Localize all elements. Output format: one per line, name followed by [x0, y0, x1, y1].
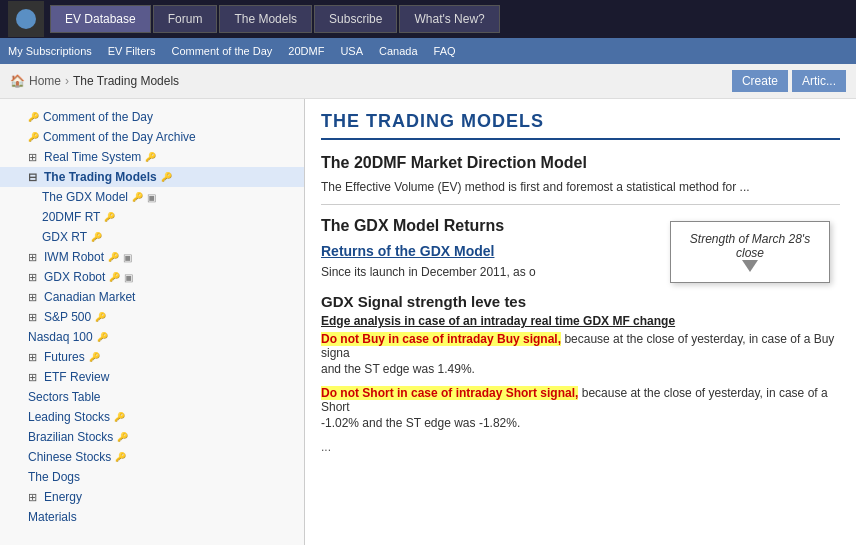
sidebar-label: GDX RT [42, 230, 87, 244]
key-icon: 🔑 [161, 172, 172, 182]
sidebar-item-brazilian-stocks[interactable]: Brazilian Stocks 🔑 [0, 427, 304, 447]
subnav-ev-filters[interactable]: EV Filters [108, 45, 156, 57]
sidebar-label: Comment of the Day [43, 110, 153, 124]
subnav-comment-of-the-day[interactable]: Comment of the Day [171, 45, 272, 57]
nav-tab-whats-new[interactable]: What's New? [399, 5, 499, 33]
svg-point-0 [16, 9, 36, 29]
sidebar-label: Sectors Table [28, 390, 101, 404]
callout-line2: close [736, 246, 764, 260]
sidebar-label: Energy [44, 490, 82, 504]
highlight1-row: Do not Buy in case of intraday Buy signa… [321, 332, 840, 360]
article-button[interactable]: Artic... [792, 70, 846, 92]
separator1 [321, 204, 840, 205]
key-icon: 🔑 [97, 332, 108, 342]
robot2-icon: ▣ [124, 272, 133, 283]
sidebar-label: ETF Review [44, 370, 109, 384]
sidebar-item-gdx-rt[interactable]: GDX RT 🔑 [0, 227, 304, 247]
sidebar-label: Real Time System [44, 150, 141, 164]
callout-box: Strength of March 28's close [670, 221, 830, 283]
breadcrumb-home[interactable]: Home [29, 74, 61, 88]
nav-tab-subscribe[interactable]: Subscribe [314, 5, 397, 33]
expand-icon: ⊞ [28, 251, 40, 264]
nav-tab-forum[interactable]: Forum [153, 5, 218, 33]
key-icon: 🔑 [108, 252, 119, 262]
sidebar-item-gdx-robot[interactable]: ⊞ GDX Robot 🔑 ▣ [0, 267, 304, 287]
sidebar-label: The Trading Models [44, 170, 157, 184]
sidebar-item-comment-archive[interactable]: 🔑 Comment of the Day Archive [0, 127, 304, 147]
sidebar-item-materials[interactable]: Materials [0, 507, 304, 527]
sidebar-label: Canadian Market [44, 290, 135, 304]
subnav-faq[interactable]: FAQ [434, 45, 456, 57]
subnav-my-subscriptions[interactable]: My Subscriptions [8, 45, 92, 57]
sidebar-item-comment-of-the-day[interactable]: 🔑 Comment of the Day [0, 107, 304, 127]
ellipsis: ... [321, 440, 840, 454]
key-icon: 🔑 [114, 412, 125, 422]
create-button[interactable]: Create [732, 70, 788, 92]
sidebar-label: Materials [28, 510, 77, 524]
key-icon: 🔑 [95, 312, 106, 322]
sidebar-label: Brazilian Stocks [28, 430, 113, 444]
nav-tab-ev-database[interactable]: EV Database [50, 5, 151, 33]
sidebar-item-gdx-model[interactable]: The GDX Model 🔑 ▣ [0, 187, 304, 207]
nav-tab-the-models[interactable]: The Models [219, 5, 312, 33]
subnav-canada[interactable]: Canada [379, 45, 418, 57]
sidebar-item-futures[interactable]: ⊞ Futures 🔑 [0, 347, 304, 367]
sidebar-item-chinese-stocks[interactable]: Chinese Stocks 🔑 [0, 447, 304, 467]
highlight2-text: Do not Short in case of intraday Short s… [321, 386, 578, 400]
subnav-usa[interactable]: USA [340, 45, 363, 57]
expand-icon: ⊞ [28, 371, 40, 384]
gdx-signal-title: GDX Signal strength leve tes [321, 293, 840, 310]
sidebar-label: Leading Stocks [28, 410, 110, 424]
highlight1-text: Do not Buy in case of intraday Buy signa… [321, 332, 561, 346]
key-icon: 🔑 [91, 232, 102, 242]
sub-navigation: My Subscriptions EV Filters Comment of t… [0, 38, 856, 64]
sidebar-item-real-time-system[interactable]: ⊞ Real Time System 🔑 [0, 147, 304, 167]
key-icon: 🔑 [28, 112, 39, 122]
callout-wrapper: Strength of March 28's close [670, 221, 830, 283]
sidebar-item-etf-review[interactable]: ⊞ ETF Review [0, 367, 304, 387]
sidebar-item-leading-stocks[interactable]: Leading Stocks 🔑 [0, 407, 304, 427]
sidebar-item-the-dogs[interactable]: The Dogs [0, 467, 304, 487]
sidebar-item-20dmf-rt[interactable]: 20DMF RT 🔑 [0, 207, 304, 227]
sidebar-label: Comment of the Day Archive [43, 130, 196, 144]
sidebar-label: Chinese Stocks [28, 450, 111, 464]
expand-icon: ⊞ [28, 311, 40, 324]
sidebar-item-iwm-robot[interactable]: ⊞ IWM Robot 🔑 ▣ [0, 247, 304, 267]
home-icon: 🏠 [10, 74, 25, 88]
section1-body: The Effective Volume (EV) method is firs… [321, 178, 840, 196]
robot-icon: ▣ [123, 252, 132, 263]
sidebar-item-nasdaq100[interactable]: Nasdaq 100 🔑 [0, 327, 304, 347]
expand-icon: ⊟ [28, 171, 40, 184]
key-icon: 🔑 [145, 152, 156, 162]
sidebar-label: The GDX Model [42, 190, 128, 204]
highlight2-trail: -1.02% and the ST edge was -1.82%. [321, 414, 840, 432]
sidebar-item-energy[interactable]: ⊞ Energy [0, 487, 304, 507]
gdx-icon: ▣ [147, 192, 156, 203]
section1-title: The 20DMF Market Direction Model [321, 154, 840, 172]
key-icon: 🔑 [115, 452, 126, 462]
edge-analysis-label: Edge analysis in case of an intraday rea… [321, 314, 840, 328]
highlight2-row: Do not Short in case of intraday Short s… [321, 386, 840, 414]
callout-tail [742, 260, 758, 272]
key-icon: 🔑 [28, 132, 39, 142]
expand-icon: ⊞ [28, 351, 40, 364]
key-icon: 🔑 [104, 212, 115, 222]
expand-icon: ⊞ [28, 271, 40, 284]
expand-icon: ⊞ [28, 291, 40, 304]
subnav-20dmf[interactable]: 20DMF [288, 45, 324, 57]
callout-line1: Strength of March 28's [690, 232, 810, 246]
sidebar-item-sectors-table[interactable]: Sectors Table [0, 387, 304, 407]
logo [8, 1, 44, 37]
sidebar-item-canadian-market[interactable]: ⊞ Canadian Market [0, 287, 304, 307]
sidebar-label: IWM Robot [44, 250, 104, 264]
expand-icon: ⊞ [28, 491, 40, 504]
breadcrumb-separator: › [65, 74, 69, 88]
key-icon: 🔑 [132, 192, 143, 202]
sidebar-label: Futures [44, 350, 85, 364]
sidebar-item-trading-models[interactable]: ⊟ The Trading Models 🔑 [0, 167, 304, 187]
expand-icon: ⊞ [28, 151, 40, 164]
main-content: THE TRADING MODELS The 20DMF Market Dire… [305, 99, 856, 545]
key-icon: 🔑 [89, 352, 100, 362]
sidebar-item-sp500[interactable]: ⊞ S&P 500 🔑 [0, 307, 304, 327]
main-layout: 🔑 Comment of the Day 🔑 Comment of the Da… [0, 99, 856, 545]
